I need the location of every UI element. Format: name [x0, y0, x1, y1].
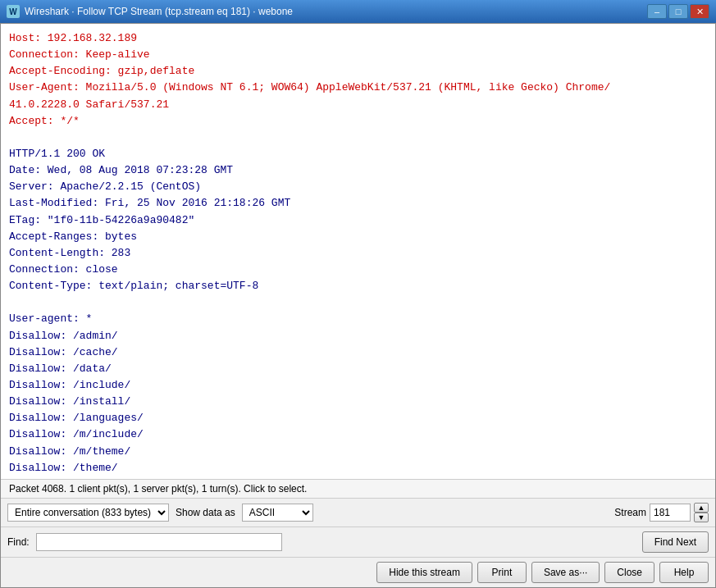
content-line: User-Agent: Mozilla/5.0 (Windows NT 6.1;… [9, 80, 707, 96]
content-line: Connection: close [9, 262, 707, 278]
find-row: Find: Find Next [1, 527, 715, 558]
content-line: Connection: Keep-alive [9, 47, 707, 63]
controls-row: Entire conversation (833 bytes)Client-to… [1, 499, 715, 527]
stream-label-group: Stream ▲ ▼ [614, 503, 709, 522]
print-button[interactable]: Print [477, 562, 527, 583]
content-line: Last-Modified: Fri, 25 Nov 2016 21:18:26… [9, 195, 707, 212]
content-line: HTTP/1.1 200 OK [9, 146, 707, 162]
content-line: Content-Type: text/plain; charset=UTF-8 [9, 278, 707, 294]
find-input[interactable] [36, 533, 282, 551]
content-line: ETag: "1f0-11b-54226a9a90482" [9, 212, 707, 229]
help-button[interactable]: Help [659, 562, 709, 583]
content-line: Content-Length: 283 [9, 245, 707, 262]
content-line: Accept-Ranges: bytes [9, 229, 707, 245]
empty-line [9, 294, 707, 311]
empty-line [9, 130, 707, 146]
content-line: Accept: */* [9, 113, 707, 130]
content-line: Disallow: /m/theme/ [9, 444, 707, 460]
show-data-as-select[interactable]: ASCIIHex DumpEBCDICHexC ArraysRawUTF-8UT… [242, 504, 313, 522]
stream-down-button[interactable]: ▼ [694, 513, 709, 522]
content-line: Server: Apache/2.2.15 (CentOS) [9, 179, 707, 195]
content-line: Disallow: /languages/ [9, 410, 707, 426]
stream-up-button[interactable]: ▲ [694, 503, 709, 513]
content-line: Disallow: /cache/ [9, 344, 707, 361]
status-bar: Packet 4068. 1 client pkt(s), 1 server p… [1, 480, 715, 499]
maximize-button[interactable]: □ [668, 4, 688, 19]
content-line: Accept-Encoding: gzip,deflate [9, 63, 707, 80]
content-line: Disallow: /include/ [9, 377, 707, 394]
conversation-select[interactable]: Entire conversation (833 bytes)Client-to… [7, 504, 169, 522]
stream-input[interactable] [650, 504, 691, 522]
content-line: Disallow: /m/include/ [9, 426, 707, 443]
find-next-button[interactable]: Find Next [642, 531, 709, 553]
minimize-button[interactable]: – [647, 4, 667, 19]
find-label: Find: [7, 536, 30, 548]
close-button[interactable]: ✕ [690, 4, 709, 19]
content-line: Host: 192.168.32.189 [9, 30, 707, 47]
close-stream-button[interactable]: Close [604, 562, 654, 583]
content-line: Disallow: /install/ [9, 394, 707, 410]
content-line: Disallow: /admin/ [9, 328, 707, 344]
show-data-as-label: Show data as [176, 507, 235, 518]
tcp-stream-content[interactable]: Host: 192.168.32.189Connection: Keep-ali… [1, 24, 715, 480]
app-icon: W [7, 5, 20, 18]
title-bar: W Wireshark · Follow TCP Stream (tcp.str… [0, 0, 716, 23]
content-line: User-agent: * [9, 311, 707, 327]
status-text: Packet 4068. 1 client pkt(s), 1 server p… [9, 483, 307, 495]
content-line: 41.0.2228.0 Safari/537.21 [9, 97, 707, 113]
bottom-buttons: Hide this stream Print Save as··· Close … [1, 558, 715, 587]
main-window: Host: 192.168.32.189Connection: Keep-ali… [0, 23, 716, 588]
content-line: Disallow: /data/ [9, 361, 707, 377]
window-title: Wireshark · Follow TCP Stream (tcp.strea… [25, 6, 647, 17]
hide-stream-button[interactable]: Hide this stream [376, 562, 472, 583]
save-as-button[interactable]: Save as··· [531, 562, 600, 583]
content-line: Disallow: /theme/ [9, 460, 707, 476]
content-line: Date: Wed, 08 Aug 2018 07:23:28 GMT [9, 162, 707, 179]
window-controls[interactable]: – □ ✕ [647, 4, 709, 19]
stream-label-text: Stream [614, 507, 646, 518]
